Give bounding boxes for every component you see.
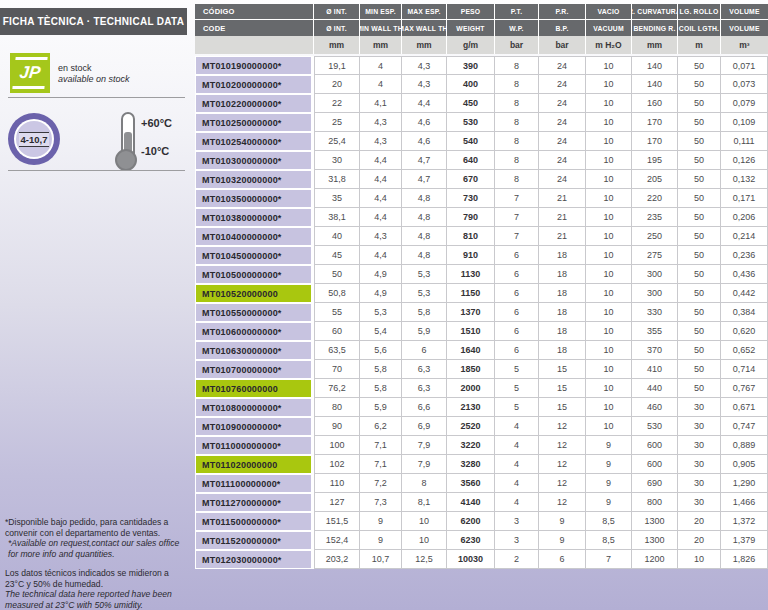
value-cell: 50: [678, 75, 721, 94]
value-cell: 10: [586, 322, 632, 341]
value-cell: 330: [632, 303, 678, 322]
value-cell: 10: [586, 227, 632, 246]
table-row: MT010300000000* 30 4,4 4,7 640 8 24 10 1…: [195, 151, 768, 170]
unit-cell: bar: [539, 36, 586, 54]
code-cell: MT010550000000*: [196, 304, 311, 321]
value-cell: 50: [678, 208, 721, 227]
value-cell: 10: [586, 132, 632, 151]
value-cell: 0,071: [721, 56, 768, 75]
header-cell: MAX WALL TH.: [402, 20, 447, 36]
footnote-es-2: Los datos técnicos indicados se midieron…: [5, 568, 189, 589]
value-cell: 25: [314, 113, 360, 132]
code-cell: MT010254000000*: [196, 133, 311, 150]
value-cell: 6,6: [402, 398, 447, 417]
value-cell: 7,1: [360, 455, 402, 474]
value-cell: 10: [678, 550, 721, 569]
value-cell: 10: [586, 341, 632, 360]
value-cell: 19,1: [314, 56, 360, 75]
code-cell: MT010760000000: [196, 380, 311, 397]
value-cell: 18: [539, 341, 586, 360]
value-cell: 4,8: [402, 189, 447, 208]
table-header-row-2: CODEØ INT.MIN WALL TH.MAX WALL TH.WEIGHT…: [195, 20, 768, 36]
header-cell: Ø INT.: [314, 4, 360, 20]
value-cell: 10: [586, 284, 632, 303]
value-cell: 8: [495, 94, 539, 113]
value-cell: 5,8: [360, 360, 402, 379]
value-cell: 50: [678, 303, 721, 322]
unit-cell: mm: [360, 36, 402, 54]
value-cell: 7: [495, 189, 539, 208]
value-cell: 195: [632, 151, 678, 170]
value-cell: 24: [539, 113, 586, 132]
header-cell: MAX ESP.: [402, 4, 447, 20]
value-cell: 540: [447, 132, 495, 151]
stock-line-es: en stock: [58, 63, 130, 74]
unit-cell: mm: [314, 36, 360, 54]
value-cell: 50: [678, 360, 721, 379]
value-cell: 4,8: [402, 227, 447, 246]
code-cell: MT010300000000*: [196, 152, 311, 169]
table-row: MT012030000000* 203,2 10,7 12,5 10030 2 …: [195, 550, 768, 569]
value-cell: 4: [360, 75, 402, 94]
page-title: FICHA TÈCNICA · TECHNICAL DATA: [0, 8, 187, 35]
code-cell: MT012030000000*: [196, 551, 311, 568]
value-cell: 160: [632, 94, 678, 113]
value-cell: 70: [314, 360, 360, 379]
value-cell: 220: [632, 189, 678, 208]
value-cell: 5,3: [402, 284, 447, 303]
value-cell: 9: [586, 455, 632, 474]
header-cell: P.T.: [495, 4, 539, 20]
value-cell: 4,3: [360, 113, 402, 132]
header-cell: MIN WALL TH.: [360, 20, 402, 36]
footnote-en-1: *Available on request,contact our sales …: [5, 538, 189, 559]
value-cell: 18: [539, 284, 586, 303]
technical-data-table: CÓDIGOØ INT.MIN ESP.MAX ESP.PESOP.T.P.R.…: [195, 4, 768, 569]
value-cell: 9: [360, 512, 402, 531]
header-cell: COIL LGTH.: [678, 20, 721, 36]
value-cell: 50: [678, 379, 721, 398]
value-cell: 50: [678, 322, 721, 341]
value-cell: 90: [314, 417, 360, 436]
value-cell: 6: [495, 284, 539, 303]
table-row: MT011270000000* 127 7,3 8,1 4140 4 12 9 …: [195, 493, 768, 512]
code-cell: MT010220000000*: [196, 95, 311, 112]
value-cell: 0,073: [721, 75, 768, 94]
footnotes: *Disponible bajo pedido, para cantidades…: [5, 517, 189, 610]
value-cell: 140: [632, 75, 678, 94]
unit-cell: m: [678, 36, 721, 54]
value-cell: 1510: [447, 322, 495, 341]
value-cell: 1300: [632, 531, 678, 550]
value-cell: 6: [402, 341, 447, 360]
value-cell: 235: [632, 208, 678, 227]
value-cell: 0,132: [721, 170, 768, 189]
code-cell: MT010800000000*: [196, 399, 311, 416]
value-cell: 5,8: [360, 379, 402, 398]
table-row: MT010630000000* 63,5 5,6 6 1640 6 18 10 …: [195, 341, 768, 360]
value-cell: 20: [678, 512, 721, 531]
value-cell: 4,8: [402, 246, 447, 265]
value-cell: 4,4: [360, 170, 402, 189]
value-cell: 5,9: [360, 398, 402, 417]
value-cell: 10: [402, 512, 447, 531]
code-cell: MT010350000000*: [196, 190, 311, 207]
value-cell: 5,8: [402, 303, 447, 322]
value-cell: 30: [314, 151, 360, 170]
code-cell: MT011520000000*: [196, 532, 311, 549]
header-cell: VACIO: [586, 4, 632, 20]
value-cell: 440: [632, 379, 678, 398]
value-cell: 3560: [447, 474, 495, 493]
value-cell: 35: [314, 189, 360, 208]
value-cell: 50: [314, 265, 360, 284]
sidebar: FICHA TÈCNICA · TECHNICAL DATA JP en sto…: [0, 0, 195, 610]
value-cell: 4,9: [360, 284, 402, 303]
value-cell: 10: [586, 379, 632, 398]
value-cell: 6: [539, 550, 586, 569]
value-cell: 5: [495, 398, 539, 417]
value-cell: 8,1: [402, 493, 447, 512]
table-row: MT011020000000 102 7,1 7,9 3280 4 12 9 6…: [195, 455, 768, 474]
value-cell: 18: [539, 265, 586, 284]
value-cell: 600: [632, 455, 678, 474]
value-cell: 50: [678, 170, 721, 189]
unit-cell: mm: [632, 36, 678, 54]
value-cell: 30: [678, 474, 721, 493]
